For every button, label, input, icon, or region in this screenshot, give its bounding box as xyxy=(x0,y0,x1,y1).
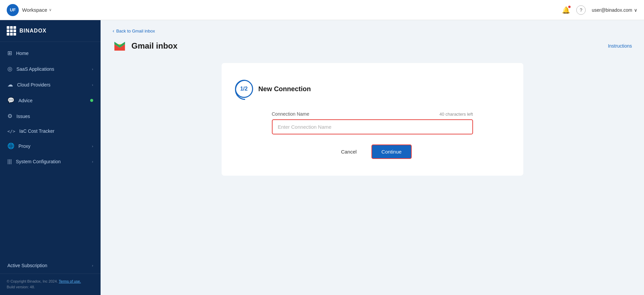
chars-left: 40 characters left xyxy=(440,112,473,117)
sidebar-item-subscription[interactable]: Active Subscription › xyxy=(0,257,101,274)
iac-icon: </> xyxy=(7,129,15,134)
chevron-right-icon: › xyxy=(92,160,93,164)
notifications-icon[interactable]: 🔔 xyxy=(562,6,570,14)
back-link[interactable]: ‹ Back to Gmail inbox xyxy=(113,28,632,34)
notification-dot xyxy=(568,5,571,8)
main-layout: BINADOX ⊞ Home ◎ SaaS Applications › ☁ C… xyxy=(0,20,644,295)
header-right: 🔔 ? user@binadox.com ∨ xyxy=(562,5,637,15)
chevron-right-icon: › xyxy=(92,67,93,71)
user-chevron-icon: ∨ xyxy=(634,7,637,13)
sidebar: BINADOX ⊞ Home ◎ SaaS Applications › ☁ C… xyxy=(0,20,101,295)
issues-icon: ⚙ xyxy=(7,113,12,120)
workspace-selector[interactable]: Workspace ∨ xyxy=(22,7,52,13)
sidebar-item-label: Home xyxy=(16,51,93,56)
home-icon: ⊞ xyxy=(7,50,12,57)
header-left: UF Workspace ∨ xyxy=(7,4,52,16)
user-email: user@binadox.com xyxy=(592,7,632,13)
sidebar-item-saas[interactable]: ◎ SaaS Applications › xyxy=(0,61,101,77)
advice-icon: 💬 xyxy=(7,97,14,104)
sidebar-item-iac[interactable]: </> IaC Cost Tracker xyxy=(0,124,101,138)
cancel-button[interactable]: Cancel xyxy=(333,145,365,158)
sidebar-item-advice[interactable]: 💬 Advice xyxy=(0,93,101,108)
sidebar-item-label: Issues xyxy=(16,114,93,119)
sidebar-item-proxy[interactable]: 🌐 Proxy › xyxy=(0,138,101,154)
saas-icon: ◎ xyxy=(7,65,12,72)
workspace-avatar: UF xyxy=(7,4,19,16)
subscription-chevron-icon: › xyxy=(92,263,93,268)
instructions-link[interactable]: Instructions xyxy=(608,43,632,49)
chevron-right-icon: › xyxy=(92,83,93,87)
sidebar-item-label: Advice xyxy=(18,98,86,103)
continue-button[interactable]: Continue xyxy=(371,144,412,159)
logo: BINADOX xyxy=(0,20,101,42)
back-link-label: Back to Gmail inbox xyxy=(116,28,155,34)
terms-link[interactable]: Terms of use. xyxy=(59,279,81,283)
sidebar-item-sysconfig[interactable]: ||| System Configuration › xyxy=(0,154,101,169)
sidebar-item-label: IaC Cost Tracker xyxy=(19,128,93,134)
sysconfig-icon: ||| xyxy=(7,158,12,165)
step-indicator: 1/2 xyxy=(240,86,247,92)
workspace-name: Workspace xyxy=(22,7,47,13)
page-title-row: Gmail inbox Instructions xyxy=(113,39,632,53)
sidebar-item-label: Proxy xyxy=(18,143,88,149)
connection-name-input[interactable] xyxy=(272,119,473,134)
content-inner: ‹ Back to Gmail inbox Gmail inbox Instru… xyxy=(101,20,644,184)
sidebar-item-label: Cloud Providers xyxy=(17,82,88,87)
header: UF Workspace ∨ 🔔 ? user@binadox.com ∨ xyxy=(0,0,644,20)
help-icon[interactable]: ? xyxy=(576,5,586,15)
connection-name-group: Connection Name 40 characters left xyxy=(272,111,473,134)
form-actions: Cancel Continue xyxy=(235,144,510,159)
connection-name-label: Connection Name xyxy=(272,111,309,117)
form-group-header: Connection Name 40 characters left xyxy=(272,111,473,117)
subscription-label: Active Subscription xyxy=(7,263,47,268)
sidebar-item-home[interactable]: ⊞ Home xyxy=(0,45,101,61)
workspace-chevron-icon: ∨ xyxy=(49,8,52,12)
logo-grid-icon xyxy=(7,26,16,36)
content-area: ‹ Back to Gmail inbox Gmail inbox Instru… xyxy=(101,20,644,295)
form-card: 1/2 New Connection Connection Name 40 ch… xyxy=(222,63,523,176)
sidebar-item-cloud[interactable]: ☁ Cloud Providers › xyxy=(0,77,101,93)
sidebar-item-label: System Configuration xyxy=(16,159,88,164)
step-row: 1/2 New Connection xyxy=(235,80,510,98)
step-label: New Connection xyxy=(258,85,311,93)
user-menu[interactable]: user@binadox.com ∨ xyxy=(592,7,637,13)
gmail-icon xyxy=(113,39,127,53)
page-title: Gmail inbox xyxy=(131,41,177,51)
step-circle: 1/2 xyxy=(235,80,253,98)
back-chevron-icon: ‹ xyxy=(113,28,114,34)
sidebar-item-label: SaaS Applications xyxy=(16,66,88,72)
proxy-icon: 🌐 xyxy=(7,142,14,150)
build-version: Build version: 48. xyxy=(7,285,35,289)
cloud-icon: ☁ xyxy=(7,81,13,88)
chevron-right-icon: › xyxy=(92,144,93,148)
logo-text: BINADOX xyxy=(19,28,47,34)
active-dot xyxy=(90,99,93,102)
sidebar-nav: ⊞ Home ◎ SaaS Applications › ☁ Cloud Pro… xyxy=(0,42,101,257)
sidebar-footer: © Copyright Binadox, Inc 2024. Terms of … xyxy=(0,274,101,295)
copyright-text: © Copyright Binadox, Inc 2024. xyxy=(7,279,58,283)
sidebar-item-issues[interactable]: ⚙ Issues xyxy=(0,108,101,124)
